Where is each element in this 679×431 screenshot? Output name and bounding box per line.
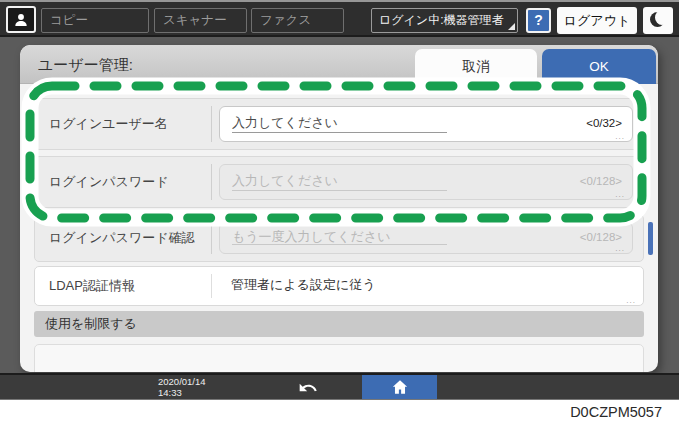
login-password-confirm-label: ログインパスワード確認 [49,229,194,247]
placeholder-text: 入力してください [232,172,338,190]
page-title: ユーザー管理: [38,45,133,84]
login-username-input[interactable]: 入力してください <0/32> ... [219,106,633,142]
user-icon [13,12,29,28]
logout-button[interactable]: ログアウト [557,7,637,34]
ellipsis-icon: ... [626,296,636,305]
corner-triangle-icon [508,23,515,30]
crescent-moon-icon [650,12,666,28]
device-screen: コピー スキャナー ファクス ログイン中:機器管理者 ? ログアウト ユーザー管… [0,0,679,400]
user-button[interactable] [6,6,36,33]
bottom-bar: 2020/01/14 14:33 [0,373,679,400]
char-counter: <0/32> [586,117,622,129]
datetime-display: 2020/01/14 14:33 [158,377,206,398]
divider [211,106,212,142]
login-password-confirm-input[interactable]: もう一度入力してください <0/128> ... [219,222,633,254]
char-counter: <0/128> [580,231,622,243]
login-password-input[interactable]: 入力してください <0/128> ... [219,164,633,200]
home-button[interactable] [362,375,437,399]
top-bar: コピー スキャナー ファクス ログイン中:機器管理者 ? ログアウト [0,0,679,37]
tab-fax[interactable]: ファクス [251,8,344,33]
figure: コピー スキャナー ファクス ログイン中:機器管理者 ? ログアウト ユーザー管… [0,0,679,431]
home-icon [391,378,409,396]
figure-caption: D0CZPM5057 [570,404,662,420]
placeholder-text: 入力してください [232,114,338,132]
cancel-button[interactable]: 取消 [415,49,537,84]
ldap-auth-row[interactable]: LDAP認証情報 管理者による設定に従う ... [34,266,644,306]
clipped-row [34,344,644,372]
login-status-dropdown[interactable]: ログイン中:機器管理者 [371,8,518,33]
login-password-label: ログインパスワード [49,173,168,191]
scrollbar-thumb[interactable] [648,222,653,255]
login-password-row: ログインパスワード 入力してください <0/128> ... [34,156,644,208]
login-username-label: ログインユーザー名 [49,115,168,133]
back-button[interactable] [288,376,328,400]
text-underline [232,190,447,191]
restrict-use-section[interactable]: 使用を制限する [34,311,644,337]
tab-scanner[interactable]: スキャナー [154,8,247,33]
ellipsis-icon: ... [615,244,625,253]
energy-saver-button[interactable] [643,7,673,34]
date-text: 2020/01/14 [158,377,206,388]
ldap-auth-label: LDAP認証情報 [49,277,135,295]
ellipsis-icon: ... [615,190,625,199]
login-password-confirm-row: ログインパスワード確認 もう一度入力してください <0/128> ... [34,214,644,262]
divider [211,164,212,200]
ok-button[interactable]: OK [542,49,656,84]
divider [211,274,212,298]
help-button[interactable]: ? [526,8,551,33]
char-counter: <0/128> [580,175,622,187]
tab-copy[interactable]: コピー [41,8,149,33]
text-underline [232,244,447,245]
login-status-text: ログイン中:機器管理者 [379,13,503,27]
time-text: 14:33 [158,388,206,399]
user-management-panel: ユーザー管理: 取消 OK ログインユーザー名 入力してください <0/32> … [20,45,658,372]
text-underline [232,132,447,133]
login-username-row: ログインユーザー名 入力してください <0/32> ... [34,98,644,150]
panel-header: ユーザー管理: 取消 OK [20,45,658,84]
ldap-auth-value: 管理者による設定に従う [231,276,376,294]
restrict-use-label: 使用を制限する [45,315,137,333]
ellipsis-icon: ... [615,132,625,141]
divider [211,222,212,254]
undo-arrow-icon [297,378,319,398]
